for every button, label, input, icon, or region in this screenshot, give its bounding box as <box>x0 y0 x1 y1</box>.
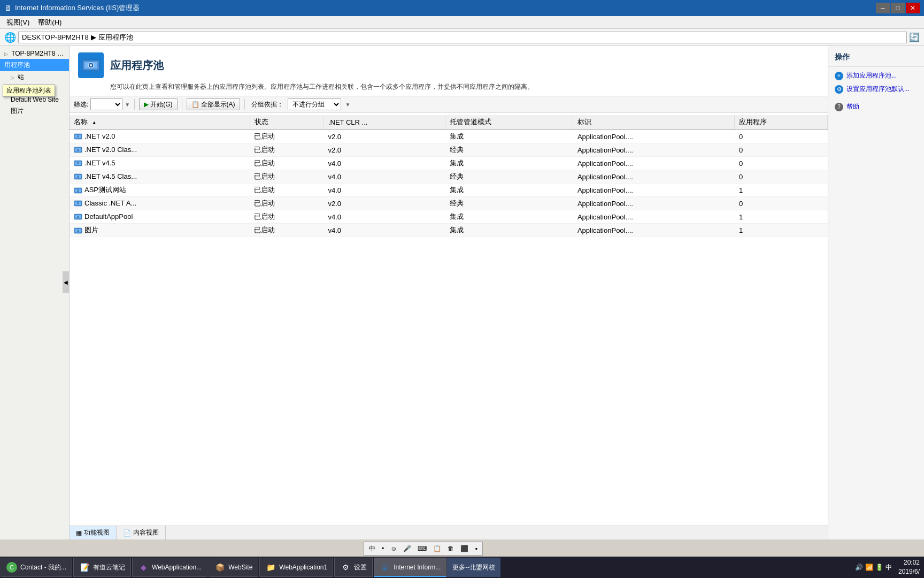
ime-btn-emoji[interactable]: ☺ <box>388 543 399 554</box>
col-status[interactable]: 状态 <box>250 115 324 130</box>
sidebar: ▷ TOP-8PM2HT8 (DESK 用程序池 ▷ 站 A Default W… <box>0 46 70 539</box>
cell-clr: v2.0 <box>324 130 445 143</box>
menu-view[interactable]: 视图(V) <box>2 17 34 28</box>
taskbar-contact[interactable]: C Contact - 我的... <box>1 558 72 577</box>
taskbar-website[interactable]: 📦 WebSite <box>209 558 258 577</box>
col-identity[interactable]: 标识 <box>573 115 735 130</box>
group-dropdown-icon: ▼ <box>345 102 351 108</box>
tray-battery-icon[interactable]: 🔋 <box>875 564 883 571</box>
group-select[interactable]: 不进行分组 按状态分组 按版本分组 <box>288 98 341 110</box>
svg-point-19 <box>78 176 79 177</box>
cell-mode: 集成 <box>445 130 573 143</box>
cell-mode: 集成 <box>445 184 573 197</box>
cell-identity: ApplicationPool.... <box>573 197 735 210</box>
cell-name: .NET v2.0 Clas... <box>70 143 250 157</box>
sidebar-collapse-arrow[interactable]: ◀ <box>63 271 69 293</box>
ime-btn-box2[interactable]: ▪ <box>472 543 480 554</box>
content-description: 您可以在此页上查看和管理服务器上的应用程序池列表。应用程序池与工作进程相关联，包… <box>110 82 819 92</box>
filter-dropdown-icon: ▼ <box>125 102 130 108</box>
address-refresh-icon[interactable]: 🔄 <box>909 32 920 42</box>
sidebar-item-apppool[interactable]: 用程序池 <box>0 59 69 71</box>
tray-keyboard-icon[interactable]: 中 <box>886 563 892 572</box>
col-clr[interactable]: .NET CLR ... <box>324 115 445 130</box>
col-name[interactable]: 名称 ▲ <box>70 115 250 130</box>
sidebar-item-server[interactable]: ▷ TOP-8PM2HT8 (DESK <box>0 48 69 59</box>
taskbar-webapp1-label: WebApplication1 <box>279 564 327 571</box>
close-button[interactable]: ✕ <box>906 3 920 13</box>
set-defaults-button[interactable]: ⚙ 设置应用程序池默认... <box>828 82 924 96</box>
col-apps[interactable]: 应用程序 <box>735 115 828 130</box>
clock-date: 2019/6/ <box>898 567 920 576</box>
cell-apps: 0 <box>735 170 828 184</box>
svg-point-11 <box>78 149 79 150</box>
cell-status: 已启动 <box>250 224 324 237</box>
table-row[interactable]: DefaultAppPool 已启动 v4.0 集成 ApplicationPo… <box>70 210 828 224</box>
cell-name: DefaultAppPool <box>70 210 250 224</box>
taskbar-settings[interactable]: ⚙ 设置 <box>334 558 373 577</box>
content-area: 应用程序池 您可以在此页上查看和管理服务器上的应用程序池列表。应用程序池与工作进… <box>70 46 828 539</box>
show-all-button[interactable]: 📋 全部显示(A) <box>187 98 240 110</box>
content-view-icon: 📄 <box>123 529 131 537</box>
ime-btn-chinese[interactable]: 中 <box>366 543 378 555</box>
table-row[interactable]: ASP测试网站 已启动 v4.0 集成 ApplicationPool.... … <box>70 184 828 197</box>
tray-network-icon[interactable]: 📶 <box>865 564 873 571</box>
content-view-button[interactable]: 📄 内容视图 <box>117 526 166 539</box>
content-view-label: 内容视图 <box>133 528 159 537</box>
ime-btn-voice[interactable]: 🎤 <box>401 543 414 554</box>
cell-apps: 0 <box>735 157 828 170</box>
help-icon: ? <box>835 103 843 111</box>
cell-apps: 1 <box>735 224 828 237</box>
system-tray: 🔊 📶 🔋 中 <box>851 563 896 572</box>
taskbar-iis[interactable]: 🖥 Internet Inform... <box>374 558 446 577</box>
content-title-row: 应用程序池 <box>78 52 819 78</box>
add-apppool-button[interactable]: + 添加应用程序池... <box>828 69 924 82</box>
app-pool-table: 名称 ▲ 状态 .NET CLR ... 托管管道模式 标识 应用程序 <box>70 115 828 237</box>
svg-point-3 <box>90 64 92 66</box>
minimize-button[interactable]: ─ <box>876 3 890 13</box>
menu-help[interactable]: 帮助(H) <box>34 17 66 28</box>
feature-view-button[interactable]: ▦ 功能视图 <box>70 526 117 539</box>
taskbar-settings-label: 设置 <box>354 563 367 572</box>
ime-btn-dot[interactable]: • <box>379 543 387 554</box>
cell-name: .NET v2.0 <box>70 130 250 143</box>
taskbar-webapp1-icon: 📁 <box>265 562 276 573</box>
sidebar-item-sites[interactable]: ▷ 站 <box>0 71 69 83</box>
taskbar-clock: 20:02 2019/6/ <box>898 558 920 576</box>
title-bar: 🖥 Internet Information Services (IIS)管理器… <box>0 0 924 16</box>
table-row[interactable]: 图片 已启动 v4.0 集成 ApplicationPool.... 1 <box>70 224 828 237</box>
cell-status: 已启动 <box>250 184 324 197</box>
filter-select[interactable] <box>90 98 122 110</box>
ime-btn-clipboard[interactable]: 📋 <box>430 543 444 554</box>
address-separator: ▶ <box>91 33 96 41</box>
svg-point-31 <box>78 216 79 217</box>
table-row[interactable]: .NET v2.0 已启动 v2.0 集成 ApplicationPool...… <box>70 130 828 143</box>
table-row[interactable]: Classic .NET A... 已启动 v2.0 经典 Applicatio… <box>70 197 828 210</box>
taskbar-webapp[interactable]: ◆ WebApplication... <box>132 558 207 577</box>
taskbar-youdao-icon: 📝 <box>79 562 90 573</box>
taskbar-settings-icon: ⚙ <box>340 562 351 573</box>
address-path[interactable]: DESKTOP-8PM2HT8 ▶ 应用程序池 <box>18 32 907 43</box>
taskbar-youdao[interactable]: 📝 有道云笔记 <box>73 558 131 577</box>
ime-btn-box1[interactable]: ⬛ <box>458 543 471 554</box>
cell-identity: ApplicationPool.... <box>573 210 735 224</box>
start-button[interactable]: ▶ 开始(G) <box>139 98 177 110</box>
ime-btn-delete[interactable]: 🗑 <box>445 543 457 554</box>
sidebar-item-images[interactable]: 图片 <box>0 105 69 117</box>
table-row[interactable]: .NET v2.0 Clas... 已启动 v2.0 经典 Applicatio… <box>70 143 828 157</box>
expand-icon: ▷ <box>4 51 10 57</box>
taskbar-more-button[interactable]: 更多--北盟网校 <box>447 558 500 577</box>
address-segment-2: 应用程序池 <box>98 33 133 42</box>
cell-clr: v4.0 <box>324 224 445 237</box>
maximize-button[interactable]: □ <box>891 3 905 13</box>
svg-point-7 <box>78 136 79 137</box>
ime-btn-keyboard[interactable]: ⌨ <box>415 543 429 554</box>
help-button[interactable]: ? 帮助 <box>828 100 924 113</box>
table-row[interactable]: .NET v4.5 已启动 v4.0 集成 ApplicationPool...… <box>70 157 828 170</box>
tray-sound-icon[interactable]: 🔊 <box>855 564 863 571</box>
col-mode[interactable]: 托管管道模式 <box>445 115 573 130</box>
toolbar-sep-1 <box>134 99 135 110</box>
table-row[interactable]: .NET v4.5 Clas... 已启动 v4.0 经典 Applicatio… <box>70 170 828 184</box>
cell-identity: ApplicationPool.... <box>573 224 735 237</box>
cell-status: 已启动 <box>250 157 324 170</box>
taskbar-webapp1[interactable]: 📁 WebApplication1 <box>259 558 333 577</box>
